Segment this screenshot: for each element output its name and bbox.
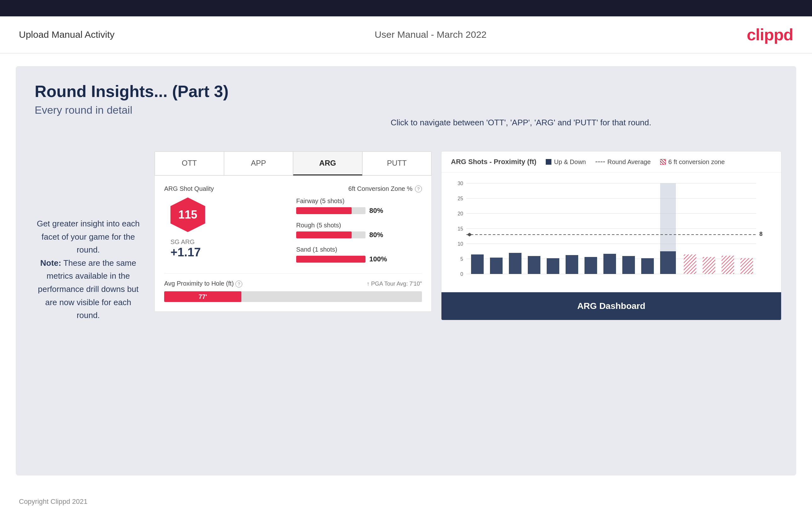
description-text: Get greater insight into each facet of y…: [37, 219, 140, 320]
svg-rect-18: [471, 255, 484, 274]
proximity-value: 77': [199, 293, 207, 300]
proximity-bar-fill: 77': [164, 291, 241, 302]
chart-area: 30 25 20 15 10 5 0: [442, 173, 781, 292]
tab-ott[interactable]: OTT: [155, 152, 224, 175]
svg-text:15: 15: [458, 226, 463, 231]
legend-updown-icon: [546, 159, 551, 165]
clippd-logo: clippd: [747, 25, 793, 44]
svg-rect-22: [547, 258, 559, 274]
upload-manual-link[interactable]: Upload Manual Activity: [19, 29, 115, 40]
sand-row: Sand (1 shots) 100%: [296, 246, 422, 263]
pga-avg-label: ↑ PGA Tour Avg: 7'10": [367, 281, 422, 287]
fairway-row: Fairway (5 shots) 80%: [296, 198, 422, 215]
card-body: ARG Shot Quality 6ft Conversion Zone % ?…: [155, 176, 432, 312]
page-subtitle: Every round in detail: [35, 104, 777, 116]
rough-label: Rough (5 shots): [296, 222, 422, 229]
legend-updown-label: Up & Down: [554, 158, 586, 166]
svg-rect-32: [721, 256, 734, 274]
svg-rect-26: [622, 256, 635, 274]
document-title: User Manual - March 2022: [375, 29, 487, 40]
arg-shot-quality-label: ARG Shot Quality: [164, 185, 214, 192]
svg-text:5: 5: [460, 256, 463, 262]
svg-rect-27: [641, 258, 654, 274]
sand-bar-fill: [296, 256, 365, 263]
svg-text:0: 0: [460, 272, 463, 277]
footer: Copyright Clippd 2021: [0, 488, 812, 507]
svg-rect-21: [528, 256, 541, 274]
copyright-text: Copyright Clippd 2021: [19, 498, 88, 505]
svg-rect-24: [585, 257, 597, 274]
svg-rect-25: [603, 254, 616, 274]
rough-pct: 80%: [369, 231, 383, 239]
rough-row: Rough (5 shots) 80%: [296, 222, 422, 239]
page-title: Round Insights... (Part 3): [35, 82, 777, 101]
legend-6ft-label: 6 ft conversion zone: [668, 158, 725, 166]
proximity-header: Avg Proximity to Hole (ft) ? ↑ PGA Tour …: [164, 280, 422, 287]
svg-rect-29: [660, 251, 676, 274]
rough-bar-fill: [296, 231, 352, 238]
sand-label: Sand (1 shots): [296, 246, 422, 253]
hex-score-badge: 115: [170, 198, 205, 232]
rough-bar-bg: [296, 231, 365, 238]
svg-text:10: 10: [458, 241, 463, 246]
fairway-bar-bg: [296, 207, 365, 214]
legend-round-avg-label: Round Average: [608, 158, 651, 166]
sg-arg-label: SG ARG: [170, 238, 284, 246]
info-icon: ?: [415, 185, 422, 192]
header: Upload Manual Activity User Manual - Mar…: [0, 16, 812, 54]
legend-6ft: 6 ft conversion zone: [660, 158, 725, 166]
svg-text:30: 30: [458, 181, 463, 186]
legend-up-down: Up & Down: [546, 158, 586, 166]
note-label: Note:: [40, 258, 61, 268]
fairway-label: Fairway (5 shots): [296, 198, 422, 205]
svg-rect-19: [490, 258, 503, 274]
legend-dashed-icon: [596, 162, 605, 162]
proximity-section: Avg Proximity to Hole (ft) ? ↑ PGA Tour …: [164, 273, 422, 302]
tab-bar: OTT APP ARG PUTT: [155, 152, 432, 176]
card-left-panel: 115 SG ARG +1.17: [164, 198, 284, 270]
svg-text:20: 20: [458, 211, 463, 216]
nav-hint: Click to navigate between 'OTT', 'APP', …: [391, 116, 651, 129]
nav-hint-text: Click to navigate between 'OTT', 'APP', …: [391, 118, 651, 127]
top-bar: [0, 0, 812, 16]
svg-rect-31: [703, 257, 715, 274]
svg-text:8: 8: [759, 231, 763, 237]
svg-rect-23: [566, 255, 578, 274]
svg-text:25: 25: [458, 196, 463, 201]
chart-title: ARG Shots - Proximity (ft): [451, 158, 536, 166]
chart-header: ARG Shots - Proximity (ft) Up & Down Rou…: [442, 152, 781, 173]
arg-dashboard-button[interactable]: ARG Dashboard: [442, 292, 781, 320]
tab-app[interactable]: APP: [224, 152, 293, 175]
svg-rect-30: [684, 255, 696, 274]
shot-quality-panel: Fairway (5 shots) 80% Rough (5 shots): [290, 198, 422, 270]
left-description: Get greater insight into each facet of y…: [35, 217, 142, 322]
bar-chart-svg: 30 25 20 15 10 5 0: [451, 179, 772, 286]
proximity-bar: 77': [164, 291, 422, 302]
svg-rect-20: [509, 253, 521, 274]
fairway-pct: 80%: [369, 207, 383, 215]
fairway-bar-fill: [296, 207, 352, 214]
tab-putt[interactable]: PUTT: [362, 152, 432, 175]
legend-6ft-icon: [660, 159, 666, 165]
right-chart-panel: ARG Shots - Proximity (ft) Up & Down Rou…: [441, 151, 781, 320]
sg-arg-value: +1.17: [170, 246, 284, 259]
proximity-label: Avg Proximity to Hole (ft) ?: [164, 280, 242, 287]
main-content: Round Insights... (Part 3) Every round i…: [16, 66, 796, 475]
tab-arg[interactable]: ARG: [293, 152, 362, 175]
sand-bar-bg: [296, 256, 365, 263]
hex-score-value: 115: [179, 208, 197, 221]
legend-round-avg: Round Average: [596, 158, 651, 166]
sand-pct: 100%: [369, 255, 387, 263]
svg-marker-35: [467, 233, 472, 236]
conversion-zone-label: 6ft Conversion Zone % ?: [349, 185, 422, 192]
main-card: OTT APP ARG PUTT ARG Shot Quality 6ft Co…: [154, 151, 432, 312]
svg-rect-33: [741, 258, 753, 274]
proximity-info-icon: ?: [235, 281, 242, 287]
